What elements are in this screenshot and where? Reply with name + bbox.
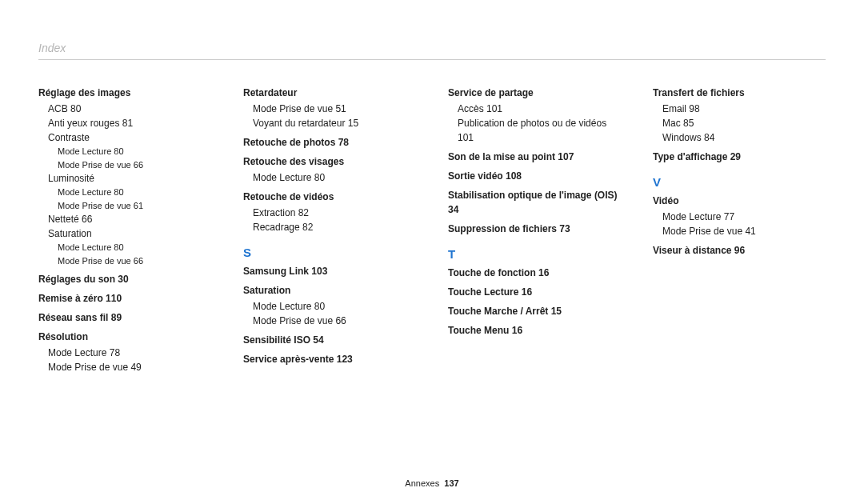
entry-heading: Saturation bbox=[243, 283, 416, 298]
entry: ACB 80 bbox=[38, 102, 211, 116]
entry-heading: Résolution bbox=[38, 330, 211, 344]
entry-heading: Touche de fonction 16 bbox=[448, 266, 621, 280]
section-letter-t: T bbox=[448, 247, 621, 261]
entry: Email 98 bbox=[653, 102, 826, 116]
page-header: Index bbox=[38, 42, 826, 60]
sub-entry: Mode Lecture 80 bbox=[38, 145, 211, 158]
entry: Luminosité bbox=[38, 171, 211, 186]
entry: Mode Prise de vue 66 bbox=[243, 314, 416, 328]
entry-heading: Touche Marche / Arrêt 15 bbox=[448, 304, 621, 318]
column-2: Retardateur Mode Prise de vue 51 Voyant … bbox=[243, 81, 416, 374]
index-columns: Réglage des images ACB 80 Anti yeux roug… bbox=[38, 65, 826, 374]
column-4: Transfert de fichiers Email 98 Mac 85 Wi… bbox=[653, 81, 826, 374]
sub-entry: Mode Prise de vue 61 bbox=[38, 199, 211, 213]
entry: Anti yeux rouges 81 bbox=[38, 116, 211, 130]
entry: Recadrage 82 bbox=[243, 220, 416, 234]
sub-entry: Mode Lecture 80 bbox=[38, 186, 211, 199]
entry: Accès 101 bbox=[448, 102, 621, 116]
entry-heading: Touche Lecture 16 bbox=[448, 285, 621, 299]
entry-heading: Suppression de fichiers 73 bbox=[448, 222, 621, 236]
entry-heading: Sensibilité ISO 54 bbox=[243, 333, 416, 347]
footer-section: Annexes bbox=[405, 478, 439, 488]
entry-heading: Samsung Link 103 bbox=[243, 264, 416, 278]
section-letter-s: S bbox=[243, 246, 416, 259]
entry-heading: Retardateur bbox=[243, 86, 416, 100]
entry-heading: Sortie vidéo 108 bbox=[448, 169, 621, 183]
sub-entry: Mode Prise de vue 66 bbox=[38, 254, 211, 268]
entry-heading: Son de la mise au point 107 bbox=[448, 150, 621, 164]
entry-heading: Réglage des images bbox=[38, 86, 211, 100]
entry: Mode Prise de vue 51 bbox=[243, 102, 416, 116]
page-footer: Annexes 137 bbox=[0, 478, 864, 488]
entry-heading: Transfert de fichiers bbox=[653, 86, 826, 100]
entry: Publication de photos ou de vidéos 101 bbox=[448, 116, 621, 145]
entry-heading: Retouche des visages bbox=[243, 154, 416, 169]
entry: Mode Lecture 78 bbox=[38, 346, 211, 360]
entry-heading: Réseau sans fil 89 bbox=[38, 310, 211, 325]
entry-heading: Remise à zéro 110 bbox=[38, 291, 211, 306]
entry: Mode Lecture 77 bbox=[653, 210, 826, 224]
entry-heading: Service de partage bbox=[448, 86, 621, 100]
entry-heading: Réglages du son 30 bbox=[38, 272, 211, 286]
entry-heading: Vidéo bbox=[653, 194, 826, 208]
entry-heading: Service après-vente 123 bbox=[243, 352, 416, 366]
entry: Mode Lecture 80 bbox=[243, 170, 416, 185]
entry: Mode Lecture 80 bbox=[243, 299, 416, 314]
entry: Netteté 66 bbox=[38, 212, 211, 226]
footer-page-number: 137 bbox=[444, 478, 458, 488]
entry: Extraction 82 bbox=[243, 206, 416, 220]
entry: Mode Prise de vue 41 bbox=[653, 224, 826, 238]
section-letter-v: V bbox=[653, 175, 826, 189]
entry-heading: Retouche de vidéos bbox=[243, 190, 416, 204]
entry: Windows 84 bbox=[653, 130, 826, 145]
entry: Voyant du retardateur 15 bbox=[243, 116, 416, 130]
entry-heading: Touche Menu 16 bbox=[448, 323, 621, 338]
entry: Contraste bbox=[38, 130, 211, 145]
sub-entry: Mode Prise de vue 66 bbox=[38, 158, 211, 172]
sub-entry: Mode Lecture 80 bbox=[38, 241, 211, 254]
column-3: Service de partage Accès 101 Publication… bbox=[448, 81, 621, 374]
entry: Saturation bbox=[38, 226, 211, 241]
entry-heading: Type d'affichage 29 bbox=[653, 150, 826, 164]
column-1: Réglage des images ACB 80 Anti yeux roug… bbox=[38, 81, 211, 374]
entry-heading: Retouche de photos 78 bbox=[243, 135, 416, 150]
entry: Mac 85 bbox=[653, 116, 826, 130]
entry-heading: Stabilisation optique de l'image (OIS) 3… bbox=[448, 188, 621, 217]
entry-heading: Viseur à distance 96 bbox=[653, 243, 826, 258]
entry: Mode Prise de vue 49 bbox=[38, 360, 211, 374]
